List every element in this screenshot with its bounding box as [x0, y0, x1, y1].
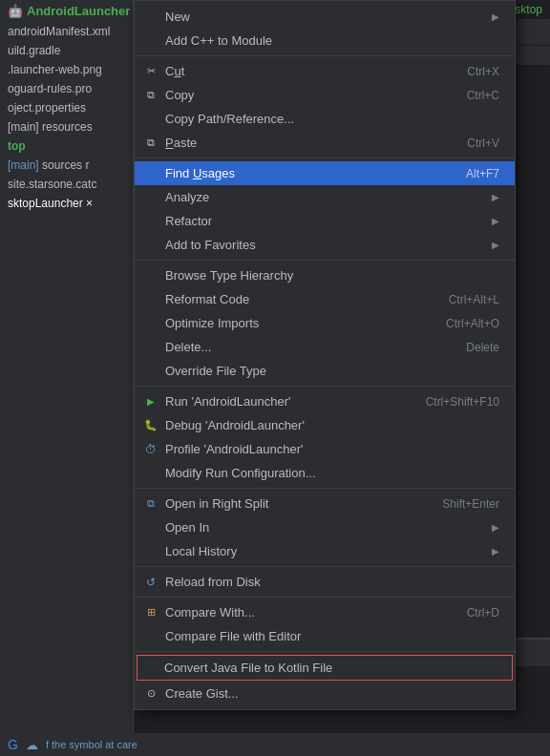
- sidebar-item-gradle[interactable]: uild.gradle: [0, 41, 133, 60]
- status-cloud-icon: ☁: [26, 738, 38, 752]
- menu-item-local-history[interactable]: Local History ▶: [135, 539, 515, 563]
- sidebar-item-sources[interactable]: [main] sources r: [0, 156, 133, 175]
- menu-item-reload[interactable]: ↺ Reload from Disk: [135, 570, 515, 594]
- menu-item-reformat[interactable]: Reformat Code Ctrl+Alt+L: [135, 287, 515, 311]
- status-google-icon: G: [8, 737, 18, 752]
- reload-icon: ↺: [142, 576, 159, 589]
- sidebar-item-top[interactable]: top: [0, 136, 133, 156]
- new-arrow: ▶: [492, 11, 499, 22]
- menu-item-create-gist[interactable]: ⊙ Create Gist...: [135, 682, 515, 705]
- separator-1: [135, 55, 515, 56]
- refactor-arrow: ▶: [492, 216, 499, 226]
- menu-item-find-usages[interactable]: Find Usages Alt+F7: [135, 161, 515, 185]
- sidebar: 🤖 AndroidLauncher androidManifest.xml ui…: [0, 0, 134, 756]
- menu-item-delete[interactable]: Delete... Delete: [135, 335, 515, 359]
- split-icon: ⧉: [142, 497, 159, 510]
- menu-item-open-in[interactable]: Open In ▶: [135, 515, 515, 539]
- menu-item-compare-editor[interactable]: Compare File with Editor: [135, 624, 515, 648]
- menu-item-add-cpp[interactable]: Add C++ to Module: [135, 29, 515, 52]
- sidebar-item-resources[interactable]: [main] resources: [0, 117, 133, 136]
- separator-5: [135, 488, 515, 489]
- menu-item-paste[interactable]: ⧉ Paste Ctrl+V: [135, 131, 515, 155]
- compare-icon: ⊞: [142, 606, 159, 619]
- menu-item-open-right-split[interactable]: ⧉ Open in Right Split Shift+Enter: [135, 492, 515, 515]
- analyze-arrow: ▶: [492, 192, 499, 202]
- copy-icon: ⧉: [142, 89, 159, 101]
- favorites-arrow: ▶: [492, 240, 499, 250]
- menu-item-new[interactable]: New ▶: [135, 5, 515, 29]
- profile-icon: ⏱: [142, 443, 159, 456]
- paste-icon: ⧉: [142, 136, 159, 149]
- menu-item-run[interactable]: ▶ Run 'AndroidLauncher' Ctrl+Shift+F10: [135, 389, 515, 413]
- menu-item-convert-java[interactable]: Convert Java File to Kotlin File: [137, 655, 513, 681]
- open-in-arrow: ▶: [492, 522, 499, 533]
- menu-item-browse-hierarchy[interactable]: Browse Type Hierarchy: [135, 263, 515, 287]
- menu-item-compare-with[interactable]: ⊞ Compare With... Ctrl+D: [135, 600, 515, 624]
- sidebar-item-launcher-web[interactable]: .launcher-web.png: [0, 60, 133, 79]
- cut-icon: ✂: [142, 65, 159, 77]
- separator-6: [135, 566, 515, 567]
- debug-icon: 🐛: [142, 419, 159, 431]
- menu-item-modify-run[interactable]: Modify Run Configuration...: [135, 461, 515, 485]
- menu-item-refactor[interactable]: Refactor ▶: [135, 209, 515, 233]
- ide-background: 🤖 AndroidLauncher androidManifest.xml ui…: [0, 0, 550, 756]
- context-menu: New ▶ Add C++ to Module ✂ Cut Ctrl+X ⧉ C…: [134, 0, 516, 710]
- separator-3: [135, 260, 515, 261]
- sidebar-item-proguard[interactable]: oguard-rules.pro: [0, 79, 133, 98]
- status-text: f the symbol at care: [46, 739, 138, 750]
- sidebar-item-desktop-launcher[interactable]: sktopLauncher ×: [0, 194, 133, 213]
- menu-item-analyze[interactable]: Analyze ▶: [135, 185, 515, 209]
- separator-8: [135, 651, 515, 652]
- sidebar-title: AndroidLauncher: [27, 4, 130, 18]
- history-arrow: ▶: [492, 546, 499, 556]
- menu-item-debug[interactable]: 🐛 Debug 'AndroidLauncher': [135, 413, 515, 437]
- android-icon: 🤖: [8, 4, 23, 18]
- menu-item-copy-path[interactable]: Copy Path/Reference...: [135, 107, 515, 131]
- separator-7: [135, 597, 515, 598]
- github-icon: ⊙: [142, 687, 159, 700]
- sidebar-item-properties[interactable]: oject.properties: [0, 98, 133, 117]
- sidebar-item-manifest[interactable]: androidManifest.xml: [0, 22, 133, 41]
- menu-item-override-file-type[interactable]: Override File Type: [135, 359, 515, 383]
- separator-2: [135, 158, 515, 158]
- menu-item-copy[interactable]: ⧉ Copy Ctrl+C: [135, 83, 515, 107]
- sidebar-item-catch[interactable]: site.starsone.catc: [0, 175, 133, 194]
- run-icon: ▶: [142, 396, 159, 407]
- sidebar-header: 🤖 AndroidLauncher: [0, 0, 133, 22]
- menu-item-cut[interactable]: ✂ Cut Ctrl+X: [135, 59, 515, 83]
- menu-item-add-favorites[interactable]: Add to Favorites ▶: [135, 233, 515, 257]
- separator-4: [135, 386, 515, 387]
- menu-item-profile[interactable]: ⏱ Profile 'AndroidLauncher': [135, 437, 515, 461]
- status-bar: G ☁ f the symbol at care: [0, 733, 550, 756]
- menu-item-optimize-imports[interactable]: Optimize Imports Ctrl+Alt+O: [135, 311, 515, 335]
